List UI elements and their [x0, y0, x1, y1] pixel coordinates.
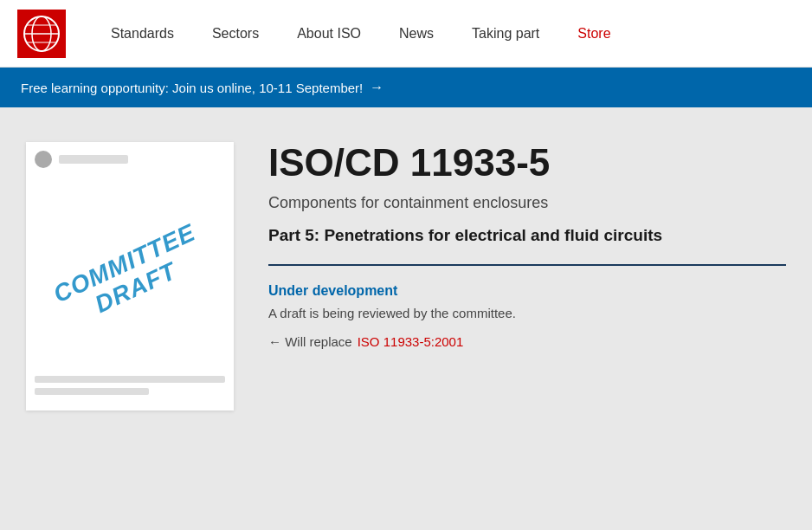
- nav-news[interactable]: News: [380, 0, 453, 68]
- banner-arrow-icon: →: [370, 80, 383, 95]
- promo-banner[interactable]: Free learning opportunity: Join us onlin…: [0, 68, 812, 107]
- document-cover: COMMITTEE DRAFT: [26, 142, 234, 410]
- replaces-line: ← Will replace ISO 11933-5:2001: [268, 334, 786, 349]
- nav-sectors[interactable]: Sectors: [193, 0, 278, 68]
- cover-text-small: [59, 155, 128, 164]
- document-title: ISO/CD 11933-5: [268, 142, 786, 184]
- section-divider: [268, 264, 786, 266]
- main-nav: Standards Sectors About ISO News Taking …: [92, 0, 630, 68]
- header: Standards Sectors About ISO News Taking …: [0, 0, 812, 68]
- nav-about-iso[interactable]: About ISO: [278, 0, 380, 68]
- cover-logo-small: [35, 151, 52, 168]
- left-arrow-icon: ← Will replace: [268, 334, 352, 349]
- document-details: ISO/CD 11933-5 Components for containmen…: [268, 142, 786, 349]
- status-label: Under development: [268, 283, 786, 299]
- committee-draft-watermark: COMMITTEE DRAFT: [49, 220, 210, 333]
- nav-standards[interactable]: Standards: [92, 0, 193, 68]
- document-part: Part 5: Penetrations for electrical and …: [268, 224, 786, 247]
- cover-top: [35, 151, 128, 168]
- status-description: A draft is being reviewed by the committ…: [268, 306, 786, 320]
- cover-line-2: [35, 388, 149, 395]
- document-subtitle: Components for containment enclosures: [268, 194, 786, 212]
- cover-bottom: [35, 376, 225, 400]
- nav-taking-part[interactable]: Taking part: [453, 0, 558, 68]
- replaces-link[interactable]: ISO 11933-5:2001: [358, 334, 464, 349]
- main-content: COMMITTEE DRAFT ISO/CD 11933-5 Component…: [0, 107, 812, 445]
- cover-line-1: [35, 376, 225, 383]
- banner-text: Free learning opportunity: Join us onlin…: [21, 81, 363, 95]
- iso-logo[interactable]: [17, 10, 66, 58]
- nav-store[interactable]: Store: [558, 0, 629, 68]
